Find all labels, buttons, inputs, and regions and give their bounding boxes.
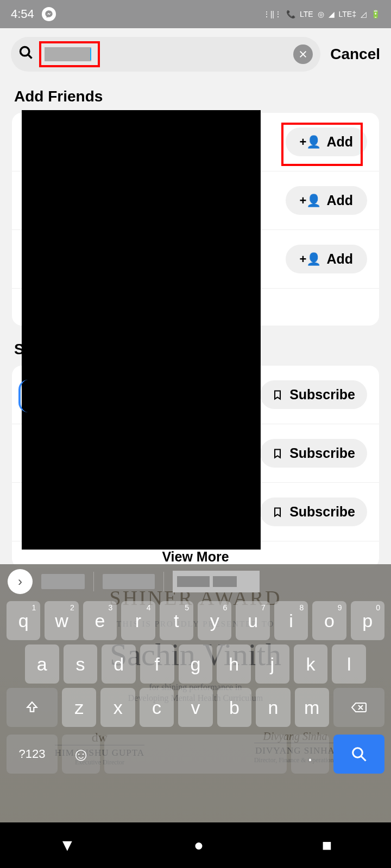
search-input-highlight [39, 41, 100, 67]
home-button[interactable]: ● [194, 836, 204, 854]
svg-point-6 [353, 748, 363, 758]
key-d[interactable]: d [102, 644, 136, 684]
search-input[interactable] [45, 47, 91, 61]
bookmark-icon [272, 388, 283, 401]
key-s[interactable]: s [64, 644, 98, 684]
lte-text: LTE [300, 10, 313, 18]
svg-point-0 [21, 47, 29, 55]
battery-icon: 🔋 [371, 10, 380, 18]
subscribe-label: Subscribe [289, 387, 355, 403]
search-key[interactable] [333, 735, 384, 774]
bookmark-icon [272, 447, 283, 460]
clear-search-button[interactable] [293, 44, 313, 64]
add-button[interactable]: +👤 Add [286, 186, 367, 215]
key-x[interactable]: x [100, 688, 135, 727]
emoji-key[interactable]: ☺ [62, 735, 100, 774]
subscribe-button[interactable]: Subscribe [260, 380, 367, 409]
key-w[interactable]: w2 [45, 601, 78, 640]
search-header: Cancel [0, 28, 391, 77]
add-button[interactable]: +👤 Add [286, 245, 367, 273]
key-n[interactable]: n [256, 688, 290, 727]
key-c[interactable]: c [140, 688, 174, 727]
search-box[interactable] [11, 37, 320, 72]
avatar-ring-fragment [18, 380, 28, 412]
recents-button[interactable]: ■ [322, 836, 332, 854]
hotspot-icon: ◎ [318, 10, 324, 18]
key-q[interactable]: q1 [7, 601, 40, 640]
key-e[interactable]: e3 [83, 601, 117, 640]
search-icon [18, 45, 34, 64]
status-bar: 4:54 ⋮||⋮ 📞 LTE ◎ ◢ LTE‡ ◿ 🔋 [0, 0, 391, 28]
key-y[interactable]: y6 [198, 601, 231, 640]
key-l[interactable]: l [332, 644, 366, 684]
android-nav-bar: ▼ ● ■ [0, 822, 391, 868]
key-o[interactable]: o9 [312, 601, 346, 640]
key-p[interactable]: p0 [351, 601, 384, 640]
keyboard[interactable]: › q1w2e3r4t5y6u7i8o9p0 asdfghjkl zxcvbnm… [0, 564, 391, 822]
add-person-icon: +👤 [300, 194, 321, 208]
add-label: Add [326, 134, 353, 150]
wifi-call-icon: 📞 [286, 10, 295, 18]
key-t[interactable]: t5 [160, 601, 193, 640]
cancel-button[interactable]: Cancel [330, 46, 380, 63]
key-h[interactable]: h [217, 644, 251, 684]
svg-line-7 [361, 756, 366, 761]
key-u[interactable]: u7 [236, 601, 269, 640]
key-z[interactable]: z [62, 688, 96, 727]
add-button[interactable]: +👤 Add [286, 127, 367, 156]
messenger-icon [42, 7, 56, 21]
signal-icon: ◢ [329, 10, 335, 18]
subscribe-button[interactable]: Subscribe [260, 439, 367, 468]
key-g[interactable]: g [179, 644, 213, 684]
lte2-text: LTE‡ [339, 10, 356, 18]
svg-line-1 [28, 54, 32, 58]
expand-suggestions-button[interactable]: › [8, 569, 33, 594]
suggestion-2[interactable] [103, 574, 155, 589]
suggestion-3[interactable] [173, 571, 260, 592]
period-key[interactable]: . [291, 735, 329, 774]
subscribe-label: Subscribe [289, 504, 355, 520]
bookmark-icon [272, 506, 283, 519]
shift-key[interactable] [7, 688, 58, 727]
subscribe-label: Subscribe [289, 445, 355, 461]
key-r[interactable]: r4 [121, 601, 155, 640]
key-a[interactable]: a [25, 644, 59, 684]
key-m[interactable]: m [295, 688, 329, 727]
spacebar-key[interactable] [104, 735, 287, 774]
key-i[interactable]: i8 [274, 601, 308, 640]
symbols-key[interactable]: ?123 [7, 735, 58, 774]
key-b[interactable]: b [217, 688, 251, 727]
add-person-icon: +👤 [300, 252, 321, 266]
status-time: 4:54 [11, 7, 34, 21]
add-person-icon: +👤 [300, 135, 321, 149]
back-button[interactable]: ▼ [59, 836, 75, 854]
suggestion-1[interactable] [41, 574, 85, 589]
signal2-icon: ◿ [361, 10, 367, 18]
redaction-overlay [22, 110, 261, 550]
subscribe-button[interactable]: Subscribe [260, 497, 367, 526]
add-label: Add [326, 193, 353, 208]
add-friends-title: Add Friends [0, 77, 391, 113]
vibrate-icon: ⋮||⋮ [263, 10, 282, 18]
key-v[interactable]: v [178, 688, 212, 727]
add-label: Add [326, 251, 353, 267]
backspace-key[interactable] [333, 688, 384, 727]
key-k[interactable]: k [294, 644, 328, 684]
key-f[interactable]: f [140, 644, 174, 684]
key-j[interactable]: j [255, 644, 289, 684]
